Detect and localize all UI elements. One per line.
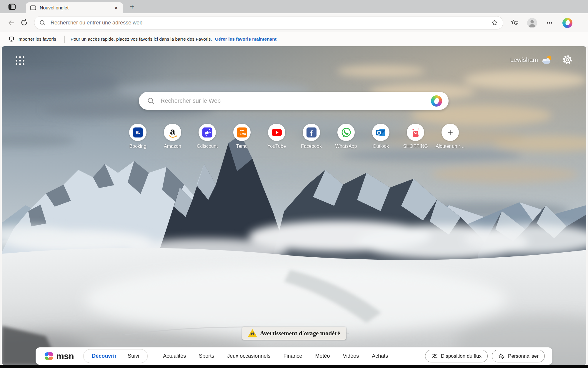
quick-link-whatsapp[interactable]: WhatsApp (329, 124, 364, 149)
feed-tabs: Découvrir Suivi (83, 349, 148, 363)
msn-butterfly-icon (43, 351, 54, 362)
feed-actions: Disposition du flux Personnaliser (425, 350, 545, 362)
sidebar-toggle-icon (8, 3, 16, 10)
quick-link-amazon[interactable]: a Amazon (155, 124, 190, 149)
quick-link-shopping[interactable]: SHOPPING (398, 124, 433, 149)
youtube-icon (272, 129, 282, 136)
storm-warning-icon (248, 329, 257, 337)
import-favorites-button[interactable]: Importer les favoris (6, 34, 59, 44)
favorites-bar: Importer les favoris Pour un accès rapid… (0, 32, 588, 46)
msn-nav-links: Actualités Sports Jeux occasionnels Fina… (163, 353, 388, 359)
new-tab-favicon-icon (30, 5, 36, 11)
browser-toolbar: ••• (0, 13, 588, 32)
shopping-bag-icon (411, 127, 420, 138)
weather-location-label: Lewisham (510, 56, 538, 63)
back-arrow-icon (7, 19, 15, 27)
refresh-button[interactable] (18, 16, 31, 29)
msn-link-jeux[interactable]: Jeux occasionnels (227, 353, 270, 359)
back-button[interactable] (5, 16, 18, 29)
weather-widget[interactable]: Lewisham (510, 55, 553, 64)
facebook-icon: f (307, 127, 317, 137)
manage-favorites-link[interactable]: Gérer les favoris maintenant (215, 37, 276, 42)
svg-text:TEMU: TEMU (238, 132, 246, 135)
quick-links-row: B. Booking a Amazon (2, 124, 586, 149)
favorites-bar-button[interactable] (509, 17, 520, 29)
quick-link-facebook[interactable]: f Facebook (294, 124, 329, 149)
msn-link-sports[interactable]: Sports (199, 353, 214, 359)
msn-link-achats[interactable]: Achats (372, 353, 388, 359)
tab-strip: Nouvel onglet × + (0, 0, 588, 13)
favorites-list-icon (511, 19, 519, 26)
import-favorites-label: Importer les favoris (17, 37, 56, 42)
quick-link-outlook[interactable]: Outlook (364, 124, 398, 149)
outlook-icon (376, 128, 386, 137)
toolbar-right-icons: ••• (509, 17, 573, 29)
profile-avatar[interactable] (526, 17, 538, 29)
tab-close-button[interactable]: × (113, 4, 119, 11)
weather-alert-text: Avertissement d'orage modéré (260, 330, 340, 337)
window-bottom-edge (0, 365, 588, 368)
partly-cloudy-icon (542, 55, 553, 64)
apps-grid-button[interactable] (15, 56, 25, 66)
favorite-star-button[interactable] (491, 19, 498, 26)
quick-link-booking[interactable]: B. Booking (121, 124, 155, 149)
amazon-icon: a (167, 127, 178, 138)
tab-nouvel-onglet[interactable]: Nouvel onglet × (26, 2, 123, 13)
web-search-icon (147, 97, 155, 105)
tab-suivi[interactable]: Suivi (128, 353, 139, 359)
new-tab-page: Lewisham (2, 46, 586, 365)
page-topright: Lewisham (510, 54, 573, 66)
cdiscount-icon (202, 127, 212, 137)
copilot-button[interactable] (562, 17, 573, 29)
browser-window: Nouvel onglet × + (0, 0, 588, 368)
web-search-bar[interactable] (139, 92, 449, 110)
web-search-input[interactable] (160, 97, 431, 105)
quick-link-add-shortcut[interactable]: + Ajouter un r… (433, 124, 468, 149)
import-favorites-icon (8, 36, 15, 42)
msn-link-actualites[interactable]: Actualités (163, 353, 186, 359)
star-icon (491, 19, 498, 26)
booking-icon: B. (133, 127, 143, 137)
refresh-icon (20, 19, 28, 27)
quick-link-temu[interactable]: TEMU Temu (225, 124, 259, 149)
tab-decouvrir[interactable]: Découvrir (92, 353, 116, 359)
address-input[interactable] (50, 19, 491, 26)
star-pencil-icon (498, 353, 505, 360)
msn-feed-bar: msn Découvrir Suivi Actualités Sports Je… (36, 347, 552, 365)
whatsapp-icon (341, 127, 352, 138)
msn-link-meteo[interactable]: Météo (315, 353, 330, 359)
settings-gear-icon[interactable] (562, 54, 573, 66)
msn-link-videos[interactable]: Vidéos (343, 353, 359, 359)
feed-layout-button[interactable]: Disposition du flux (425, 350, 488, 362)
quick-link-cdiscount[interactable]: Cdiscount (190, 124, 225, 149)
personalize-button[interactable]: Personnaliser (492, 350, 545, 362)
msn-wordmark: msn (56, 351, 74, 361)
divider (64, 36, 65, 43)
avatar-person-icon (527, 18, 537, 28)
copilot-icon (562, 18, 572, 28)
address-bar[interactable] (34, 16, 503, 29)
tab-title: Nouvel onglet (40, 5, 113, 11)
tab-workspaces-icon[interactable] (8, 3, 16, 11)
msn-link-finance[interactable]: Finance (283, 353, 302, 359)
add-icon: + (447, 128, 453, 137)
copilot-search-icon[interactable] (431, 95, 442, 107)
new-tab-button[interactable]: + (127, 1, 137, 11)
msn-logo[interactable]: msn (43, 351, 74, 362)
quick-link-youtube[interactable]: YouTube (259, 124, 294, 149)
weather-alert-badge[interactable]: Avertissement d'orage modéré (242, 327, 346, 340)
address-search-icon (39, 19, 46, 26)
more-menu-button[interactable]: ••• (544, 17, 556, 29)
sliders-icon (431, 353, 438, 359)
temu-icon: TEMU (237, 127, 247, 137)
favorites-hint-text: Pour un accès rapide, placez vos favoris… (71, 37, 212, 42)
